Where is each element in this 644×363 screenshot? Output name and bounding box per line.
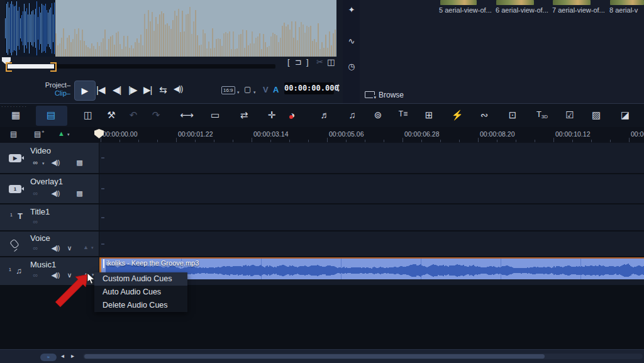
library-item-label[interactable]: 6 aerial-view-of... xyxy=(496,6,548,14)
split-clip-icon[interactable]: ⇄ xyxy=(236,109,252,121)
mark-out-icon[interactable]: ] xyxy=(306,57,309,67)
curve-path-icon[interactable]: ∿ xyxy=(346,36,357,46)
trim-bar[interactable] xyxy=(6,64,275,69)
add-track-icon[interactable]: ▤ xyxy=(34,130,41,138)
fade-title-icon[interactable]: ◪ xyxy=(617,109,633,121)
track-header-overlay[interactable]: 1 Overlay1 ∞ ◀)) ▩ xyxy=(0,174,99,203)
menu-item-custom-audio-cues[interactable]: Custom Audio Cues xyxy=(94,272,187,286)
video-lane[interactable] xyxy=(99,143,644,173)
link-caret-icon[interactable]: ▾ xyxy=(42,161,45,166)
timeline-zoom-indicator[interactable]: ≈ xyxy=(40,354,57,361)
audio-toggle[interactable]: A xyxy=(273,85,279,94)
storyboard-view-icon[interactable]: ▦ xyxy=(8,109,24,121)
menu-item-auto-audio-cues[interactable]: Auto Audio Cues xyxy=(94,286,187,299)
go-to-end-button[interactable]: ▶| xyxy=(143,84,152,96)
redo-icon[interactable]: ↷ xyxy=(148,109,164,121)
chapter-point-icon[interactable]: ▲ xyxy=(58,130,65,137)
menu-item-delete-audio-cues[interactable]: Delete Audio Cues xyxy=(94,299,187,312)
timecode-display[interactable]: 00:00:00.000 xyxy=(284,82,334,94)
transition-icon[interactable]: ⊚ xyxy=(370,109,386,121)
snapshot-icon[interactable]: ◫ xyxy=(327,57,335,67)
trim-in-handle[interactable] xyxy=(6,62,12,72)
library-thumbnail[interactable] xyxy=(610,0,644,5)
library-item-label[interactable]: 5 aerial-view-of... xyxy=(439,6,492,14)
sound-mixer-icon[interactable]: ♬ xyxy=(317,109,333,120)
timeline-view-icon[interactable]: ▤ xyxy=(43,109,59,121)
spinner-down-icon[interactable]: ▼ xyxy=(336,88,341,94)
library-item-label[interactable]: 8 aerial-v xyxy=(609,6,638,14)
video-toggle[interactable]: V xyxy=(263,85,269,94)
next-frame-button[interactable]: |▶ xyxy=(128,84,136,96)
batch-render-icon[interactable]: ▨ xyxy=(588,109,604,121)
chapter-caret-icon[interactable]: ▾ xyxy=(67,132,70,137)
audio-cues-icon[interactable]: ▲ xyxy=(79,271,92,278)
library-thumbnail[interactable] xyxy=(496,0,534,5)
color-grading-icon[interactable]: ◑ xyxy=(289,109,295,120)
mute-speaker-icon[interactable]: ◀)) xyxy=(49,159,62,167)
undo-icon[interactable]: ↶ xyxy=(125,109,142,121)
horizontal-scrollbar[interactable] xyxy=(83,354,643,359)
mute-speaker-icon[interactable]: ◀)) xyxy=(49,244,62,252)
link-icon[interactable]: ∞ xyxy=(29,159,42,166)
browse-button[interactable]: ▾Browse xyxy=(365,91,404,99)
aspect-ratio-button[interactable]: 16:9 xyxy=(221,86,235,94)
mark-in-icon[interactable]: [ xyxy=(287,57,290,67)
track-motion-icon[interactable]: ⊡ xyxy=(504,109,521,121)
scrollbar-thumb[interactable] xyxy=(84,354,545,359)
trim-selection[interactable] xyxy=(8,64,54,69)
voice-lane[interactable] xyxy=(99,232,644,256)
spinner-up-icon[interactable]: ▲ xyxy=(336,82,341,88)
playback-mode-switch[interactable]: Project– Clip– xyxy=(35,81,70,98)
auto-music-icon[interactable]: ♫ xyxy=(344,109,360,120)
ruler[interactable]: 00:00:00.00 00:00:01.22 00:00:03.14 00:0… xyxy=(93,127,644,143)
aspect-caret-icon[interactable]: ▾ xyxy=(237,90,240,95)
overlay-lane[interactable] xyxy=(99,174,644,203)
trim-marker-icon[interactable]: ⊐ xyxy=(295,57,302,67)
subtitle-editor-icon[interactable]: T≡ xyxy=(395,109,411,118)
audio-cues-caret-icon[interactable]: ▾ xyxy=(92,272,94,277)
link-icon[interactable]: ∞ xyxy=(29,271,42,279)
library-item-label[interactable]: 7 aerial-view-of... xyxy=(552,6,605,14)
waveform-view-icon[interactable]: ∨ xyxy=(63,244,75,252)
track-header-voice[interactable]: Voice ∞ ◀)) ∨ ▲ ▾ xyxy=(0,232,99,256)
track-header-title[interactable]: 1 T Title1 ∞ xyxy=(0,204,99,230)
mute-speaker-icon[interactable]: ◀)) xyxy=(49,271,62,279)
mute-speaker-icon[interactable]: ◀)) xyxy=(49,189,62,198)
tools-icon[interactable]: ⚒ xyxy=(103,109,119,121)
fit-project-icon[interactable]: ⟷ xyxy=(179,109,195,121)
copy-icon[interactable]: ◫ xyxy=(80,109,96,121)
play-button[interactable]: ▶ xyxy=(74,81,96,101)
track-header-video[interactable]: ▶ Video ∞ ▾ ◀)) ▩ xyxy=(0,143,99,173)
track-header-music[interactable]: 1 ♫ Music1 ∞ ◀)) ∨ ▲ ▾ xyxy=(0,257,99,285)
library-thumbnail[interactable] xyxy=(553,0,591,5)
frame-caret-icon[interactable]: ▾ xyxy=(253,90,256,95)
export-check-icon[interactable]: ☑ xyxy=(562,109,578,121)
clip-mode-label[interactable]: Clip– xyxy=(35,89,70,98)
trim-out-handle[interactable] xyxy=(50,62,57,72)
mask-creator-icon[interactable]: ∾ xyxy=(476,109,492,121)
project-mode-label[interactable]: Project– xyxy=(35,81,70,89)
timecode-spinner[interactable]: ▲ ▼ xyxy=(336,82,341,94)
motion-tracking-icon[interactable]: ⚡ xyxy=(449,109,465,121)
region-frame-icon[interactable]: ▭ xyxy=(207,109,223,121)
scroll-right-icon[interactable]: ▸ xyxy=(71,352,74,359)
go-to-start-button[interactable]: |◀ xyxy=(96,84,104,96)
loop-button[interactable]: ⇆ xyxy=(159,84,167,96)
split-screen-icon[interactable]: ⊞ xyxy=(421,109,437,121)
browse-label[interactable]: Browse xyxy=(379,91,404,99)
volume-button[interactable]: ◀)) xyxy=(174,84,182,93)
expand-crop-icon[interactable]: ✛ xyxy=(264,109,280,121)
scroll-left-icon[interactable]: ◂ xyxy=(61,352,64,359)
link-icon[interactable]: ∞ xyxy=(29,244,42,252)
transparency-icon[interactable]: ▩ xyxy=(73,159,86,167)
waveform-view-icon[interactable]: ∨ xyxy=(63,271,75,279)
audio-cues-icon[interactable]: ▲ xyxy=(79,244,92,250)
audio-cues-caret-icon[interactable]: ▾ xyxy=(91,245,94,250)
magic-wand-icon[interactable]: ✦ xyxy=(346,5,357,14)
transparency-icon[interactable]: ▩ xyxy=(73,189,86,198)
previous-frame-button[interactable]: ◀| xyxy=(113,84,121,96)
frame-select-icon[interactable]: ▢ xyxy=(244,85,251,94)
title-lane[interactable] xyxy=(99,204,644,230)
track-manager-icon[interactable]: ▤ xyxy=(10,130,17,138)
link-icon[interactable]: ∞ xyxy=(29,218,42,225)
